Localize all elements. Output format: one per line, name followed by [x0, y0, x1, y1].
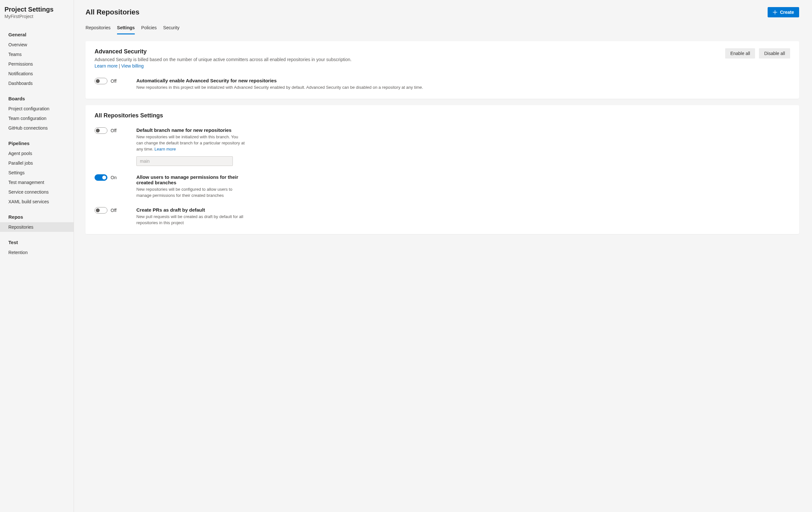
plus-icon — [773, 10, 777, 15]
main-content: All Repositories Create RepositoriesSett… — [74, 0, 812, 512]
sidebar-item-test-management[interactable]: Test management — [0, 177, 74, 187]
draft-prs-title: Create PRs as draft by default — [136, 207, 246, 212]
default-branch-title: Default branch name for new repositories — [136, 127, 246, 133]
sidebar-item-dashboards[interactable]: Dashboards — [0, 79, 74, 88]
manage-perms-desc: New repositories will be configured to a… — [136, 187, 246, 199]
advanced-security-title: Advanced Security — [94, 48, 351, 55]
tab-settings[interactable]: Settings — [117, 23, 135, 34]
sidebar-group: BoardsProject configurationTeam configur… — [0, 94, 74, 133]
manage-perms-toggle[interactable] — [94, 174, 108, 181]
sidebar-subtitle: MyFirstProject — [4, 14, 69, 19]
advanced-security-learn-more-link[interactable]: Learn more — [94, 63, 118, 68]
manage-perms-toggle-label: On — [111, 175, 117, 180]
sidebar: Project Settings MyFirstProject GeneralO… — [0, 0, 74, 512]
default-branch-toggle-label: Off — [111, 128, 116, 133]
sidebar-item-teams[interactable]: Teams — [0, 50, 74, 59]
disable-all-button[interactable]: Disable all — [759, 48, 790, 59]
manage-perms-row: On Allow users to manage permissions for… — [94, 174, 790, 199]
auto-enable-row: Off Automatically enable Advanced Securi… — [94, 78, 790, 91]
tab-policies[interactable]: Policies — [141, 23, 156, 34]
sidebar-group-title: Boards — [0, 94, 74, 104]
page-title: All Repositories — [86, 8, 139, 17]
auto-enable-title: Automatically enable Advanced Security f… — [136, 78, 790, 83]
sidebar-item-parallel-jobs[interactable]: Parallel jobs — [0, 158, 74, 168]
draft-prs-desc: New pull requests will be created as dra… — [136, 214, 246, 226]
default-branch-row: Off Default branch name for new reposito… — [94, 127, 790, 166]
draft-prs-row: Off Create PRs as draft by default New p… — [94, 207, 790, 226]
default-branch-input[interactable] — [136, 156, 233, 166]
default-branch-learn-more-link[interactable]: Learn more — [154, 147, 176, 151]
sidebar-item-agent-pools[interactable]: Agent pools — [0, 149, 74, 158]
sidebar-item-github-connections[interactable]: GitHub connections — [0, 123, 74, 133]
auto-enable-toggle-label: Off — [111, 79, 116, 84]
sidebar-header: Project Settings MyFirstProject — [0, 6, 74, 24]
default-branch-toggle[interactable] — [94, 127, 108, 134]
sidebar-item-team-configuration[interactable]: Team configuration — [0, 114, 74, 123]
sidebar-item-project-configuration[interactable]: Project configuration — [0, 104, 74, 114]
sidebar-group-title: General — [0, 31, 74, 40]
create-button-label: Create — [780, 10, 794, 15]
create-button[interactable]: Create — [767, 7, 799, 17]
tabs: RepositoriesSettingsPoliciesSecurity — [86, 23, 799, 35]
sidebar-group: GeneralOverviewTeamsPermissionsNotificat… — [0, 31, 74, 88]
repo-settings-title: All Repositories Settings — [94, 112, 790, 119]
tab-security[interactable]: Security — [163, 23, 179, 34]
advanced-security-description: Advanced Security is billed based on the… — [94, 56, 351, 69]
sidebar-item-retention[interactable]: Retention — [0, 248, 74, 257]
advanced-security-view-billing-link[interactable]: View billing — [121, 63, 144, 68]
manage-perms-title: Allow users to manage permissions for th… — [136, 174, 246, 185]
sidebar-item-repositories[interactable]: Repositories — [0, 222, 74, 232]
repo-settings-card: All Repositories Settings Off Default br… — [86, 105, 799, 234]
draft-prs-toggle[interactable] — [94, 207, 108, 214]
sidebar-item-permissions[interactable]: Permissions — [0, 59, 74, 69]
sidebar-group: ReposRepositories — [0, 213, 74, 232]
auto-enable-toggle[interactable] — [94, 78, 108, 84]
sidebar-item-overview[interactable]: Overview — [0, 40, 74, 50]
sidebar-item-notifications[interactable]: Notifications — [0, 69, 74, 79]
sidebar-item-xaml-build-services[interactable]: XAML build services — [0, 197, 74, 206]
main-header: All Repositories Create — [86, 7, 799, 17]
default-branch-desc: New repositories will be initialized wit… — [136, 134, 246, 152]
sidebar-title: Project Settings — [4, 6, 69, 13]
auto-enable-desc: New repositories in this project will be… — [136, 85, 790, 91]
sidebar-group: TestRetention — [0, 238, 74, 257]
tab-repositories[interactable]: Repositories — [86, 23, 111, 34]
sidebar-item-settings[interactable]: Settings — [0, 168, 74, 177]
sidebar-group: PipelinesAgent poolsParallel jobsSetting… — [0, 139, 74, 206]
enable-all-button[interactable]: Enable all — [725, 48, 755, 59]
sidebar-group-title: Pipelines — [0, 139, 74, 149]
draft-prs-toggle-label: Off — [111, 208, 116, 213]
sidebar-group-title: Repos — [0, 213, 74, 222]
sidebar-group-title: Test — [0, 238, 74, 248]
advanced-security-card: Advanced Security Advanced Security is b… — [86, 41, 799, 99]
sidebar-item-service-connections[interactable]: Service connections — [0, 187, 74, 197]
